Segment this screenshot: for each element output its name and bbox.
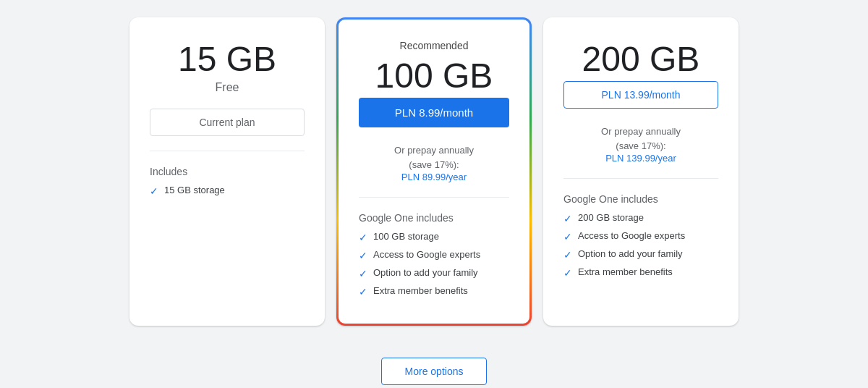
free-storage: 15 GB: [178, 41, 276, 79]
list-item: ✓ Access to Google experts: [563, 230, 718, 242]
100gb-divider: [359, 197, 509, 198]
plans-wrapper: 15 GB Free Current plan Includes ✓ 15 GB…: [115, 3, 753, 386]
check-icon: ✓: [150, 185, 158, 197]
free-divider: [150, 151, 305, 151]
200gb-storage: 200 GB: [582, 41, 700, 79]
list-item: ✓ Option to add your family: [359, 267, 509, 279]
check-icon: ✓: [563, 249, 572, 261]
check-icon: ✓: [563, 267, 572, 279]
free-includes-label: Includes: [150, 166, 187, 177]
check-icon: ✓: [359, 286, 367, 298]
feature-text: Option to add your family: [578, 248, 683, 259]
subscribe-100gb-button[interactable]: PLN 8.99/month: [359, 98, 509, 127]
free-price-label: Free: [216, 81, 239, 94]
200gb-prepay-text: Or prepay annually(save 17%):: [601, 125, 681, 153]
100gb-prepay-price: PLN 89.99/year: [394, 172, 474, 182]
100gb-prepay-block: Or prepay annually(save 17%): PLN 89.99/…: [394, 135, 474, 182]
100gb-storage: 100 GB: [375, 57, 493, 96]
list-item: ✓ Extra member benefits: [359, 285, 509, 298]
more-options-button[interactable]: More options: [381, 358, 488, 385]
200gb-prepay-price: PLN 139.99/year: [601, 153, 681, 164]
list-item: ✓ 100 GB storage: [359, 231, 509, 243]
list-item: ✓ 200 GB storage: [563, 212, 718, 224]
200gb-divider: [563, 178, 718, 179]
current-plan-button[interactable]: Current plan: [150, 109, 305, 136]
check-icon: ✓: [359, 250, 367, 261]
list-item: ✓ Option to add your family: [563, 248, 718, 261]
feature-text: Access to Google experts: [373, 249, 480, 260]
more-options-container: More options: [115, 358, 753, 385]
plan-card-200gb: 200 GB PLN 13.99/month Or prepay annuall…: [543, 17, 739, 326]
plan-card-100gb: Recommended 100 GB PLN 8.99/month Or pre…: [336, 17, 532, 326]
100gb-includes-label: Google One includes: [359, 212, 454, 224]
feature-text: 100 GB storage: [373, 231, 439, 242]
100gb-prepay-text: Or prepay annually(save 17%):: [394, 143, 474, 172]
free-feature-list: ✓ 15 GB storage: [150, 185, 305, 203]
feature-text: 15 GB storage: [164, 185, 225, 195]
200gb-includes-label: Google One includes: [563, 193, 658, 205]
200gb-prepay-block: Or prepay annually(save 17%): PLN 139.99…: [601, 116, 681, 164]
plan-card-free: 15 GB Free Current plan Includes ✓ 15 GB…: [129, 17, 325, 326]
list-item: ✓ 15 GB storage: [150, 185, 305, 197]
check-icon: ✓: [563, 231, 572, 242]
check-icon: ✓: [563, 213, 572, 224]
subscribe-200gb-button[interactable]: PLN 13.99/month: [563, 81, 718, 109]
check-icon: ✓: [359, 232, 367, 243]
list-item: ✓ Extra member benefits: [563, 266, 718, 279]
feature-text: Access to Google experts: [578, 230, 685, 241]
feature-text: Extra member benefits: [578, 266, 673, 277]
200gb-feature-list: ✓ 200 GB storage ✓ Access to Google expe…: [563, 212, 718, 284]
recommended-label: Recommended: [400, 40, 469, 51]
check-icon: ✓: [359, 268, 367, 279]
feature-text: Extra member benefits: [373, 285, 468, 296]
100gb-feature-list: ✓ 100 GB storage ✓ Access to Google expe…: [359, 231, 509, 303]
feature-text: Option to add your family: [373, 267, 478, 278]
list-item: ✓ Access to Google experts: [359, 249, 509, 261]
feature-text: 200 GB storage: [578, 212, 644, 223]
plans-container: 15 GB Free Current plan Includes ✓ 15 GB…: [115, 3, 753, 341]
